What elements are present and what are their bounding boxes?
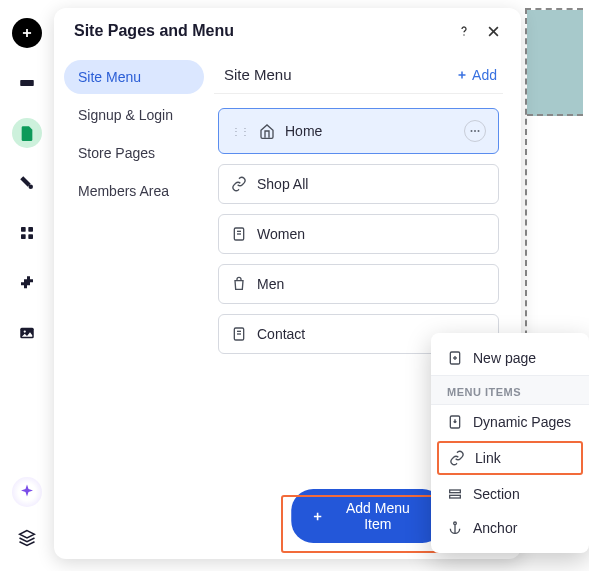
panel-title: Site Pages and Menu bbox=[74, 22, 234, 40]
menu-item-list: ⋮⋮ Home Shop All bbox=[214, 94, 503, 354]
left-rail bbox=[0, 0, 54, 571]
dynamic-pages-icon bbox=[447, 414, 463, 430]
dropdown-section-header: MENU ITEMS bbox=[431, 375, 589, 405]
page-icon bbox=[231, 326, 247, 342]
svg-point-17 bbox=[471, 130, 473, 132]
svg-point-18 bbox=[474, 130, 476, 132]
svg-rect-5 bbox=[28, 227, 33, 232]
dropdown-label: Anchor bbox=[473, 520, 517, 536]
dropdown-label: Section bbox=[473, 486, 520, 502]
more-actions-icon[interactable] bbox=[464, 120, 486, 142]
sidebar-item-site-menu[interactable]: Site Menu bbox=[64, 60, 204, 94]
dropdown-new-page[interactable]: New page bbox=[431, 341, 589, 375]
home-icon bbox=[259, 123, 275, 139]
svg-point-12 bbox=[463, 34, 464, 35]
svg-rect-33 bbox=[450, 495, 461, 498]
bag-icon bbox=[231, 276, 247, 292]
site-structure-icon[interactable] bbox=[12, 68, 42, 98]
dropdown-dynamic-pages[interactable]: Dynamic Pages bbox=[431, 405, 589, 439]
menu-item-home[interactable]: ⋮⋮ Home bbox=[218, 108, 499, 154]
design-icon[interactable] bbox=[12, 168, 42, 198]
svg-point-19 bbox=[478, 130, 480, 132]
apps-icon[interactable] bbox=[12, 218, 42, 248]
dropdown-link[interactable]: Link bbox=[437, 441, 583, 475]
add-menu-item-button[interactable]: Add Menu Item bbox=[291, 489, 445, 543]
add-link[interactable]: Add bbox=[456, 67, 497, 83]
svg-rect-4 bbox=[21, 227, 26, 232]
menu-item-label: Women bbox=[257, 226, 305, 242]
add-element-button[interactable] bbox=[12, 18, 42, 48]
help-icon[interactable] bbox=[456, 23, 472, 39]
menu-item-label: Contact bbox=[257, 326, 305, 342]
add-menu-item-label: Add Menu Item bbox=[331, 500, 424, 532]
media-icon[interactable] bbox=[12, 318, 42, 348]
menu-item-label: Home bbox=[285, 123, 322, 139]
svg-rect-7 bbox=[28, 234, 33, 239]
link-icon bbox=[231, 176, 247, 192]
page-icon bbox=[231, 226, 247, 242]
pages-icon[interactable] bbox=[12, 118, 42, 148]
layers-icon[interactable] bbox=[12, 523, 42, 553]
menu-item-shop-all[interactable]: Shop All bbox=[218, 164, 499, 204]
content-title: Site Menu bbox=[224, 66, 292, 83]
dropdown-label: New page bbox=[473, 350, 536, 366]
svg-point-34 bbox=[454, 522, 457, 525]
side-nav: Site Menu Signup & Login Store Pages Mem… bbox=[54, 50, 214, 559]
close-icon[interactable] bbox=[486, 24, 501, 39]
svg-rect-32 bbox=[450, 490, 461, 493]
menu-item-label: Men bbox=[257, 276, 284, 292]
add-menu-dropdown: New page MENU ITEMS Dynamic Pages Link S… bbox=[431, 333, 589, 553]
anchor-icon bbox=[447, 520, 463, 536]
dropdown-section[interactable]: Section bbox=[431, 477, 589, 511]
svg-rect-6 bbox=[21, 234, 26, 239]
section-icon bbox=[447, 486, 463, 502]
svg-point-3 bbox=[29, 185, 34, 190]
extensions-icon[interactable] bbox=[12, 268, 42, 298]
link-icon bbox=[449, 450, 465, 466]
menu-item-women[interactable]: Women bbox=[218, 214, 499, 254]
canvas-header-region bbox=[527, 10, 583, 116]
panel-header: Site Pages and Menu bbox=[54, 8, 521, 50]
sidebar-item-members-area[interactable]: Members Area bbox=[64, 174, 204, 208]
ai-sparkle-icon[interactable] bbox=[12, 477, 42, 507]
menu-item-label: Shop All bbox=[257, 176, 308, 192]
svg-marker-10 bbox=[20, 531, 35, 539]
dropdown-label: Dynamic Pages bbox=[473, 414, 571, 430]
dropdown-label: Link bbox=[475, 450, 501, 466]
sidebar-item-signup-login[interactable]: Signup & Login bbox=[64, 98, 204, 132]
sidebar-item-store-pages[interactable]: Store Pages bbox=[64, 136, 204, 170]
svg-rect-2 bbox=[20, 80, 34, 86]
add-link-label: Add bbox=[472, 67, 497, 83]
menu-item-men[interactable]: Men bbox=[218, 264, 499, 304]
new-page-icon bbox=[447, 350, 463, 366]
dropdown-anchor[interactable]: Anchor bbox=[431, 511, 589, 545]
svg-point-9 bbox=[24, 330, 26, 332]
drag-handle-icon[interactable]: ⋮⋮ bbox=[231, 126, 249, 137]
